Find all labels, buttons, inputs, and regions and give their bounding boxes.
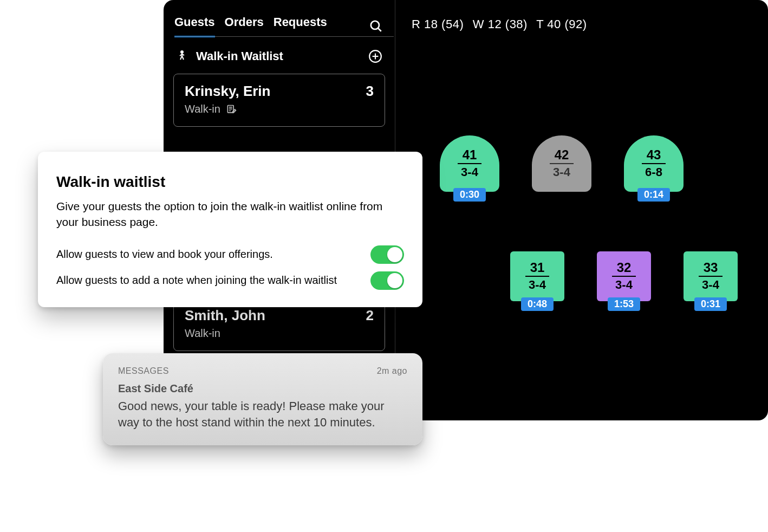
notification-time: 2m ago	[377, 366, 407, 376]
table-32[interactable]: 32 3-4 1:53	[597, 251, 651, 301]
settings-lead: Give your guests the option to join the …	[56, 198, 404, 230]
table-timer: 0:48	[521, 297, 554, 311]
toggle-view-book[interactable]	[370, 245, 404, 264]
table-33[interactable]: 33 3-4 0:31	[684, 251, 738, 301]
table-42[interactable]: 42 3-4	[532, 135, 591, 192]
status-reserved: R 18 (54)	[412, 17, 464, 31]
table-number: 31	[530, 261, 545, 274]
floor-row: 31 3-4 0:48 32 3-4 1:53 33 3-4 0:31	[510, 251, 768, 301]
notification-header: MESSAGES 2m ago	[118, 366, 407, 376]
notification-sender: East Side Café	[118, 382, 407, 395]
table-number: 43	[647, 148, 661, 161]
table-43[interactable]: 43 6-8 0:14	[624, 135, 684, 192]
guest-count: 2	[366, 307, 374, 324]
table-number: 33	[704, 261, 718, 274]
table-31[interactable]: 31 3-4 0:48	[510, 251, 564, 301]
waitlist-settings-card: Walk-in waitlist Give your guests the op…	[38, 152, 422, 307]
svg-point-0	[371, 21, 379, 29]
table-number: 42	[555, 148, 569, 161]
tab-requests[interactable]: Requests	[274, 15, 327, 37]
table-capacity: 6-8	[642, 163, 666, 179]
tabs-underline	[174, 36, 394, 37]
add-waitlist-button[interactable]	[368, 49, 383, 64]
guest-type: Walk-in	[185, 103, 220, 115]
guest-count: 3	[366, 83, 374, 100]
guest-card[interactable]: Krinsky, Erin 3 Walk-in	[173, 74, 385, 127]
guest-name: Smith, John	[185, 307, 265, 324]
walk-icon	[175, 49, 188, 63]
status-bar: R 18 (54) W 12 (38) T 40 (92)	[402, 0, 768, 31]
table-capacity: 3-4	[612, 276, 636, 292]
guest-type: Walk-in	[185, 327, 220, 340]
table-timer: 0:31	[694, 297, 727, 311]
toggle-add-note[interactable]	[370, 271, 404, 290]
waitlist-header: Walk-in Waitlist	[164, 37, 395, 74]
guest-name: Krinsky, Erin	[185, 83, 270, 100]
table-capacity: 3-4	[550, 163, 574, 179]
notification-body: Good news, your table is ready! Please m…	[118, 398, 407, 430]
waitlist-title: Walk-in Waitlist	[196, 49, 360, 63]
table-timer: 0:14	[637, 188, 670, 202]
table-capacity: 3-4	[525, 276, 549, 292]
settings-title: Walk-in waitlist	[56, 173, 404, 191]
table-timer: 0:30	[453, 188, 486, 202]
tab-guests[interactable]: Guests	[174, 15, 215, 37]
setting-label: Allow guests to view and book your offer…	[56, 248, 370, 261]
note-icon	[226, 104, 237, 115]
setting-label: Allow guests to add a note when joining …	[56, 274, 370, 287]
status-total: T 40 (92)	[536, 17, 587, 31]
table-number: 41	[463, 148, 477, 161]
status-waitlist: W 12 (38)	[473, 17, 528, 31]
notification-card[interactable]: MESSAGES 2m ago East Side Café Good news…	[103, 353, 422, 445]
table-capacity: 3-4	[699, 276, 723, 292]
tabs-row: Guests Orders Requests	[164, 0, 395, 37]
setting-row-view-book: Allow guests to view and book your offer…	[56, 245, 404, 264]
search-icon[interactable]	[368, 18, 384, 34]
notification-app-label: MESSAGES	[118, 366, 169, 376]
floor-row: 41 3-4 0:30 42 3-4 43 6-8 0:14	[440, 135, 768, 192]
table-capacity: 3-4	[458, 163, 481, 179]
table-number: 32	[617, 261, 632, 274]
table-timer: 1:53	[608, 297, 640, 311]
svg-point-2	[181, 51, 183, 53]
setting-row-add-note: Allow guests to add a note when joining …	[56, 271, 404, 290]
table-41[interactable]: 41 3-4 0:30	[440, 135, 499, 192]
tab-orders[interactable]: Orders	[225, 15, 264, 37]
svg-line-1	[378, 28, 381, 31]
floor-plan: 41 3-4 0:30 42 3-4 43 6-8 0:14 31 3-4	[440, 135, 768, 301]
floor-plan-pane: R 18 (54) W 12 (38) T 40 (92) 41 3-4 0:3…	[402, 0, 768, 420]
